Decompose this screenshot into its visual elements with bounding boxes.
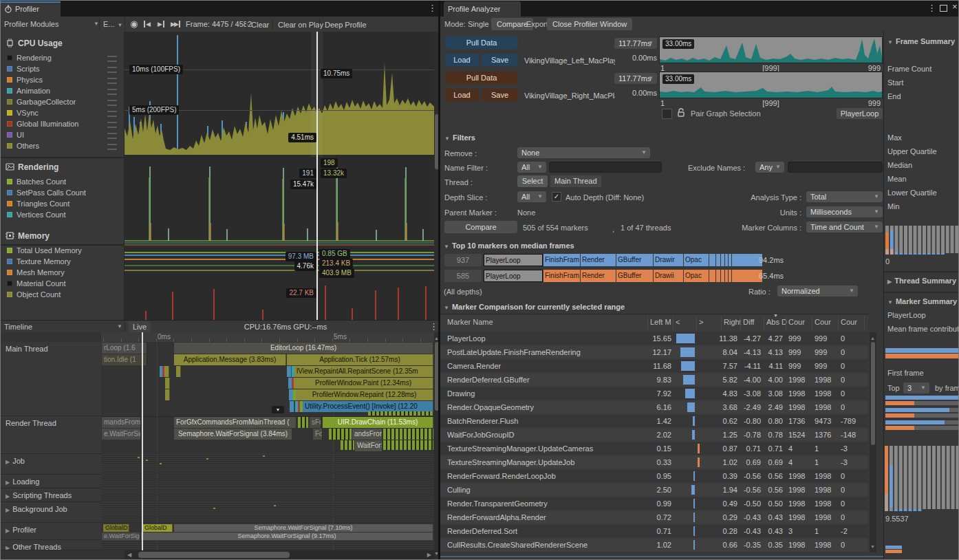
foldout-arrow-icon[interactable]: ▶ bbox=[6, 507, 10, 513]
top10-marker-segment[interactable]: Render bbox=[581, 270, 616, 282]
flame-segment[interactable]: rLoop (1.6 bbox=[102, 343, 147, 354]
pair-graph-checkbox[interactable] bbox=[662, 109, 672, 119]
flame-segment[interactable]: Semaphore.WaitForSignal (7.10ms) bbox=[174, 524, 433, 532]
flame-segment[interactable]: sFr bbox=[310, 417, 321, 428]
clear-button[interactable]: Clear bbox=[247, 17, 273, 32]
close-profiler-window-button[interactable]: Close Profiler Window bbox=[547, 18, 632, 30]
flame-segment[interactable]: e.WaitForSigna bbox=[102, 429, 141, 440]
marker-columns-dropdown[interactable]: Time and Count▼ bbox=[806, 222, 883, 233]
module-item[interactable]: Vertices Count bbox=[0, 209, 124, 220]
module-item[interactable]: Scripts bbox=[0, 63, 124, 74]
table-row[interactable]: RenderDeferred.Sort 0.71 0.28 -0.43 0.43… bbox=[440, 524, 868, 538]
top10-marker-segment[interactable] bbox=[716, 270, 720, 282]
module-item[interactable]: VSync bbox=[0, 107, 124, 118]
right-frame-graph[interactable]: 33.00ms bbox=[659, 72, 883, 98]
col-right-bar[interactable]: > bbox=[699, 318, 718, 326]
timeline-h-scrollbar[interactable]: ◀ ▶ bbox=[125, 550, 434, 559]
memory-chart[interactable] bbox=[125, 248, 434, 320]
flame-segment[interactable]: Application.Message (3.83ms) bbox=[174, 354, 286, 365]
skip-to-current-frame-button[interactable]: ▶▶ bbox=[171, 17, 180, 32]
exclude-names-input[interactable] bbox=[788, 162, 883, 173]
drag-handle-icon[interactable] bbox=[107, 122, 117, 128]
module-item[interactable]: Others bbox=[0, 140, 124, 151]
flame-segment[interactable]: Fo bbox=[313, 429, 323, 440]
col-right-median[interactable]: Right bbox=[724, 318, 742, 326]
flame-segment[interactable]: ForGfxCommandsFromMainThread ( bbox=[174, 417, 297, 428]
top10-right-bar[interactable]: PlayerLoopFinishFramRenderGBufferDrawiiO… bbox=[484, 270, 763, 282]
selected-frame-line[interactable] bbox=[316, 32, 318, 320]
table-row[interactable]: TextureStreamingManager.UpdateJob 0.33 1… bbox=[440, 455, 868, 469]
thread-row-label[interactable]: ▶Other Threads bbox=[0, 540, 101, 550]
drag-handle-icon[interactable] bbox=[107, 78, 117, 84]
drag-handle-icon[interactable] bbox=[107, 144, 117, 150]
scroll-left-icon[interactable]: ◀ bbox=[127, 550, 131, 559]
table-row[interactable]: Render.TransparentGeometry 0.99 0.49 -0.… bbox=[440, 497, 868, 510]
drag-handle-icon[interactable] bbox=[107, 111, 117, 117]
module-item[interactable]: Total Used Memory bbox=[0, 245, 124, 256]
table-row[interactable]: Camera.Render 11.68 7.57 -4.11 4.11 999 … bbox=[440, 359, 868, 373]
flame-segment[interactable]: ProfilerWindow.Paint (12.34ms) bbox=[294, 378, 433, 389]
rendering-chart[interactable] bbox=[125, 157, 434, 249]
units-dropdown[interactable]: Milliseconds▼ bbox=[806, 206, 883, 217]
flame-segment[interactable] bbox=[164, 366, 169, 377]
save-left-button[interactable]: Save bbox=[482, 54, 518, 66]
top10-left-frame-id[interactable]: 937 bbox=[444, 254, 482, 266]
flame-segment[interactable]: Semaphore.WaitForSignal (9.17ms) bbox=[141, 532, 433, 540]
flame-segment[interactable]: Semaphore.WaitForSignal (3.84ms) bbox=[174, 429, 292, 440]
kebab-icon[interactable]: ⋮ bbox=[428, 1, 437, 16]
scroll-right-icon[interactable]: ▶ bbox=[427, 550, 431, 559]
pair-selection-chip[interactable]: PlayerLoop bbox=[837, 108, 883, 119]
tab-profile-analyzer[interactable]: Profile Analyzer bbox=[444, 1, 521, 17]
drag-handle-icon[interactable] bbox=[107, 100, 117, 106]
module-item[interactable]: Mesh Memory bbox=[0, 267, 124, 278]
lock-icon[interactable] bbox=[677, 108, 685, 118]
thread-row-label[interactable]: ▶Scripting Threads bbox=[0, 488, 101, 502]
timeline-view-dropdown[interactable]: Timeline bbox=[4, 321, 32, 333]
left-range-dropdown[interactable]: 117.77ms▼ bbox=[614, 38, 657, 49]
top10-marker-segment[interactable] bbox=[709, 254, 715, 266]
col-abs-diff[interactable]: Abs D bbox=[766, 318, 787, 326]
top10-marker-segment[interactable] bbox=[729, 270, 731, 282]
thread-row-label[interactable]: ▶Loading bbox=[0, 475, 101, 488]
module-item[interactable]: UI bbox=[0, 129, 124, 140]
top10-left-bar[interactable]: PlayerLoopFinishFramRenderGBufferDrawirO… bbox=[484, 254, 763, 266]
table-row[interactable]: WaitForJobGroupID 2.02 1.25 -0.78 0.78 1… bbox=[440, 428, 868, 442]
flame-segment[interactable] bbox=[290, 401, 294, 412]
table-row[interactable]: RenderForward.RenderLoopJob 0.95 0.39 -0… bbox=[440, 469, 868, 483]
table-row[interactable]: RenderDeferred.GBuffer 9.83 5.82 -4.00 4… bbox=[440, 373, 868, 387]
top10-marker-segment[interactable]: Opac bbox=[684, 254, 709, 266]
top10-marker-segment[interactable] bbox=[716, 254, 720, 266]
foldout-arrow-icon[interactable]: ▶ bbox=[6, 528, 10, 534]
compare-button[interactable]: Compare bbox=[444, 221, 517, 233]
pull-data-right-button[interactable]: Pull Data bbox=[445, 72, 518, 84]
flame-segment[interactable]: EditorLoop (16.47ms) bbox=[174, 343, 433, 354]
module-item[interactable]: Object Count bbox=[0, 289, 124, 300]
live-button[interactable]: Live bbox=[129, 321, 151, 332]
depth-slice-dropdown[interactable]: All▼ bbox=[517, 191, 546, 202]
table-row[interactable]: CullResults.CreateSharedRendererScene 1.… bbox=[440, 538, 868, 552]
save-right-button[interactable]: Save bbox=[482, 89, 518, 101]
module-item[interactable]: Global Illumination bbox=[0, 118, 124, 129]
thread-row-label[interactable]: ▶Background Job bbox=[0, 502, 101, 523]
flame-segment[interactable]: andsFrom bbox=[352, 429, 382, 440]
pull-data-left-button[interactable]: Pull Data bbox=[445, 36, 518, 49]
table-row[interactable]: TextureStreamingManager.UpdateCameras 0.… bbox=[440, 442, 868, 455]
foldout-arrow-icon[interactable]: ▶ bbox=[6, 459, 10, 465]
drag-handle-icon[interactable] bbox=[107, 89, 117, 95]
maximize-icon[interactable] bbox=[940, 5, 947, 12]
flame-segment[interactable]: tion.Idle (1 bbox=[102, 354, 147, 365]
module-item[interactable]: Texture Memory bbox=[0, 256, 124, 267]
remove-dropdown[interactable]: None▼ bbox=[517, 147, 650, 158]
export-button[interactable]: Export bbox=[526, 17, 548, 32]
flame-segment[interactable]: mandsFromM bbox=[102, 417, 141, 428]
col-left-median[interactable]: Left M bbox=[650, 318, 672, 326]
module-header-memory[interactable]: Memory bbox=[0, 220, 124, 245]
top10-marker-segment[interactable]: FinishFram bbox=[543, 254, 580, 266]
foldout-arrow-icon[interactable]: ▶ bbox=[6, 480, 10, 486]
top10-right-frame-id[interactable]: 585 bbox=[444, 270, 482, 282]
top10-marker-segment[interactable]: Drawii bbox=[654, 270, 683, 282]
col-count-diff[interactable]: Cour bbox=[841, 318, 863, 326]
thread-summary-header[interactable]: ▶Thread Summary bbox=[887, 277, 956, 285]
load-right-button[interactable]: Load bbox=[445, 89, 479, 101]
mode-single-button[interactable]: Single bbox=[468, 17, 489, 32]
